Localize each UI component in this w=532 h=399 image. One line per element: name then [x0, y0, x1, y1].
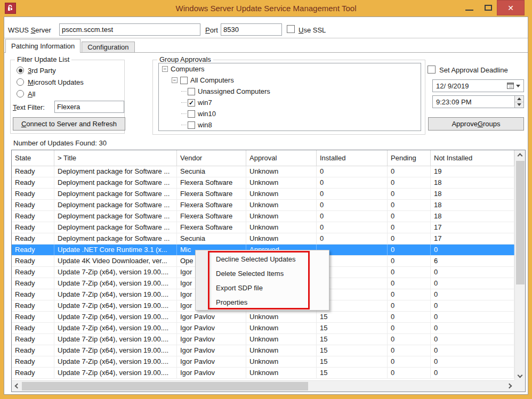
minimize-button[interactable]	[460, 0, 479, 15]
deadline-date-value: 12/ 9/2019	[433, 82, 507, 90]
approve-groups-button[interactable]: Approve Groups	[428, 117, 524, 131]
table-row[interactable]: ReadyDeployment package for Software ...…	[12, 166, 514, 177]
time-spinner[interactable]	[514, 96, 523, 108]
deadline-time-value: 9:23:09 PM	[433, 98, 514, 106]
tab-panel-border	[4, 52, 528, 53]
column-header-state[interactable]: State	[12, 150, 54, 166]
tree-checkbox[interactable]	[188, 121, 195, 129]
maximize-icon	[485, 5, 492, 11]
table-row[interactable]: ReadyUpdate 7-Zip (x64), version 19.00..…	[12, 345, 514, 356]
table-header: State> TitleVendorApprovalInstalledPendi…	[12, 150, 514, 166]
deadline-time-picker[interactable]: 9:23:09 PM	[432, 95, 524, 108]
tree-connector	[181, 125, 187, 125]
tab-patching-information[interactable]: Patching Information	[5, 39, 80, 53]
tree-checkbox[interactable]	[188, 88, 195, 95]
expander-minus-icon[interactable]: −	[162, 66, 168, 72]
table-row[interactable]: ReadyDeployment package for Software ...…	[12, 189, 514, 200]
column-header-vendor[interactable]: Vendor	[177, 150, 246, 166]
context-menu-item-delete-selected-items[interactable]: Delete Selected Items	[196, 266, 329, 281]
context-menu-item-export-sdp-file[interactable]: Export SDP file	[196, 281, 329, 295]
table-row[interactable]: ReadyUpdate 7-Zip (x64), version 19.00..…	[12, 323, 514, 334]
radio-button-icon	[17, 78, 24, 86]
context-menu-item-decline-selected-updates[interactable]: Decline Selected Updates	[196, 252, 329, 266]
window-content: WSUS Server Port Use SSL Patching Inform…	[4, 17, 528, 395]
text-filter-label: Text Filter:	[13, 103, 45, 111]
scroll-down-arrow[interactable]	[515, 371, 525, 380]
date-dropdown-icon[interactable]	[516, 85, 520, 87]
context-menu-item-properties[interactable]: Properties	[196, 295, 329, 310]
radio-all[interactable]: All	[17, 88, 124, 100]
spinner-down-icon[interactable]	[515, 102, 523, 108]
scroll-right-arrow[interactable]	[505, 381, 514, 390]
calendar-icon	[507, 83, 514, 89]
updates-count-label: Number of Updates Found: 30	[13, 139, 107, 147]
tree-connector	[181, 91, 187, 92]
expander-minus-icon[interactable]: −	[172, 77, 178, 83]
port-label: Port	[205, 26, 218, 34]
scroll-left-arrow[interactable]	[12, 381, 21, 390]
close-button[interactable]: ✕	[497, 0, 525, 15]
table-row[interactable]: ReadyDeployment package for Software ...…	[12, 233, 514, 245]
context-menu: Decline Selected UpdatesDelete Selected …	[195, 250, 329, 311]
toolbar-separator	[4, 38, 528, 38]
radio-microsoft-updates[interactable]: Microsoft Updates	[17, 76, 124, 88]
wsus-server-input[interactable]	[59, 23, 200, 36]
connect-refresh-button[interactable]: Connect to Server and Refresh	[13, 117, 125, 131]
app-icon	[5, 3, 16, 14]
radio-3rd-party[interactable]: 3rd Party	[17, 64, 124, 76]
tree-connector	[181, 102, 187, 103]
wsus-server-label: WSUS Server	[8, 26, 51, 34]
horizontal-scroll-thumb[interactable]	[22, 382, 308, 390]
use-ssl-label: Use SSL	[299, 26, 326, 34]
tree-checkbox[interactable]	[188, 110, 195, 118]
tab-configuration[interactable]: Configuration	[82, 42, 134, 53]
table-row[interactable]: ReadyUpdate 7-Zip (x64), version 19.00..…	[12, 356, 514, 368]
spinner-up-icon[interactable]	[515, 96, 523, 102]
port-input[interactable]	[221, 23, 282, 36]
maximize-button[interactable]	[479, 0, 498, 15]
column-header-installed[interactable]: Installed	[317, 150, 388, 166]
tree-connector	[181, 113, 187, 114]
lock-search-icon	[6, 4, 14, 12]
group-approvals-title: Group Approvals	[157, 55, 213, 63]
set-approval-deadline-checkbox[interactable]	[428, 66, 436, 74]
minimize-icon	[465, 10, 473, 11]
scroll-up-arrow[interactable]	[515, 150, 525, 159]
vertical-scrollbar[interactable]	[514, 150, 525, 380]
column-header-pending[interactable]: Pending	[388, 150, 431, 166]
horizontal-scrollbar[interactable]	[12, 380, 514, 392]
tree-checkbox[interactable]	[180, 77, 188, 84]
column-header-not-installed[interactable]: Not Installed	[431, 150, 514, 166]
tab-strip: Patching InformationConfiguration	[5, 39, 136, 53]
tree-checkbox[interactable]: ✓	[188, 99, 195, 107]
radio-button-icon	[17, 90, 24, 97]
table-row[interactable]: ReadyUpdate 7-Zip (x64), version 19.00..…	[12, 312, 514, 323]
window-title: Windows Server Update Service Management…	[175, 4, 356, 13]
close-icon: ✕	[507, 4, 514, 12]
table-row[interactable]: ReadyUpdate 7-Zip (x64), version 19.00..…	[12, 368, 514, 379]
column-header-title[interactable]: > Title	[54, 150, 177, 166]
set-approval-deadline-label: Set Approval Deadline	[439, 66, 508, 74]
tree-item-win8[interactable]: win8	[159, 119, 421, 131]
use-ssl-checkbox[interactable]	[287, 25, 295, 33]
scrollbar-corner	[514, 380, 525, 392]
group-approvals-groupbox: Group Approvals −Computers−All Computers…	[152, 60, 425, 135]
tree-item-win10[interactable]: win10	[159, 108, 421, 119]
tree-item-all-computers[interactable]: −All Computers	[159, 75, 421, 86]
tree-item-win7[interactable]: ✓win7	[159, 97, 421, 108]
column-header-approval[interactable]: Approval	[246, 150, 317, 166]
tree-item-unassigned-computers[interactable]: Unassigned Computers	[159, 86, 421, 97]
table-row[interactable]: ReadyDeployment package for Software ...…	[12, 177, 514, 189]
computers-tree: −Computers−All ComputersUnassigned Compu…	[158, 63, 421, 131]
filter-update-list-groupbox: Filter Update List 3rd PartyMicrosoft Up…	[10, 60, 125, 134]
tree-item-computers[interactable]: −Computers	[159, 63, 421, 75]
table-row[interactable]: ReadyUpdate 7-Zip (x64), version 19.00..…	[12, 334, 514, 345]
deadline-date-picker[interactable]: 12/ 9/2019	[432, 79, 524, 92]
vertical-scroll-thumb[interactable]	[516, 161, 525, 284]
filter-groupbox-title: Filter Update List	[15, 55, 71, 63]
table-row[interactable]: ReadyDeployment package for Software ...…	[12, 200, 514, 211]
text-filter-input[interactable]	[54, 101, 124, 113]
table-row[interactable]: ReadyDeployment package for Software ...…	[12, 211, 514, 222]
radio-button-icon	[17, 67, 24, 74]
table-row[interactable]: ReadyDeployment package for Software ...…	[12, 222, 514, 233]
